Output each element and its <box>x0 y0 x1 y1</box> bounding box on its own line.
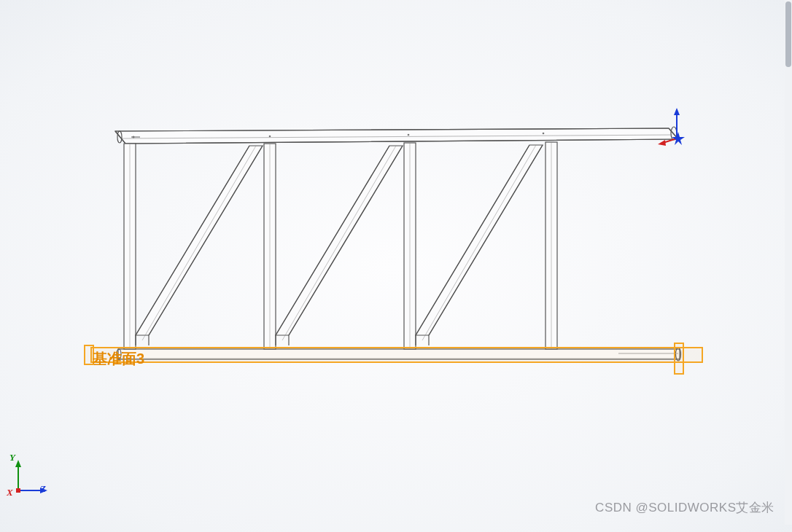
plane-label[interactable]: 基准面3 <box>93 349 144 369</box>
view-orientation-triad[interactable]: Y Z X <box>9 455 46 499</box>
vertical-scrollbar-thumb[interactable] <box>785 1 791 67</box>
vertical-scrollbar[interactable] <box>785 0 792 525</box>
svg-point-7 <box>269 136 271 138</box>
axis-y-label: Y <box>9 452 15 463</box>
svg-point-9 <box>543 133 545 135</box>
svg-rect-34 <box>16 488 20 493</box>
axis-z-label: Z <box>40 483 46 495</box>
model-canvas[interactable] <box>0 0 785 525</box>
svg-line-23 <box>142 146 256 340</box>
svg-line-25 <box>422 145 536 340</box>
selected-plane-rect[interactable] <box>90 347 703 363</box>
svg-point-6 <box>133 136 135 138</box>
svg-marker-27 <box>674 108 680 115</box>
model-origin-triad <box>658 108 685 146</box>
selected-plane-right-handle[interactable] <box>674 343 684 375</box>
svg-marker-29 <box>658 140 666 146</box>
svg-line-24 <box>282 146 396 340</box>
watermark-text: CSDN @SOLIDWORKS艾金米 <box>595 499 774 516</box>
svg-point-8 <box>408 134 410 136</box>
axis-x-label: X <box>7 487 13 498</box>
cad-viewport[interactable]: 基准面3 Y Z X CSDN @SOLIDWORKS艾金米 <box>0 0 785 525</box>
svg-marker-31 <box>15 460 21 467</box>
